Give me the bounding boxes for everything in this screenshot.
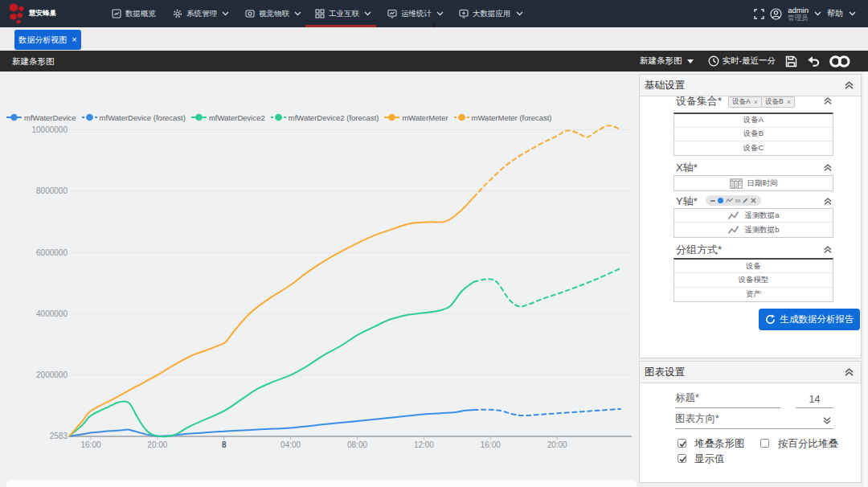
x-axis-tick-label: 04:00 (280, 440, 301, 449)
basic-settings-header[interactable]: 基础设置 (640, 75, 861, 96)
collapse-grouping-icon[interactable] (823, 245, 833, 254)
chart-type-dropdown[interactable]: 新建条形图 (640, 55, 694, 67)
selected-device-tag[interactable]: 设备B × (761, 96, 795, 108)
percent-stack-checkbox[interactable] (760, 439, 769, 448)
nav-item-label: 系统管理 (186, 9, 217, 19)
collapse-y-axis-icon[interactable] (823, 197, 833, 206)
font-size-input[interactable]: 14 (796, 391, 833, 408)
x-axis-option[interactable]: 日期时间 (674, 176, 833, 190)
help-chevron-down-icon[interactable] (849, 11, 856, 16)
nav-item-5[interactable]: 运维统计 (387, 0, 444, 27)
brand[interactable]: 慧安蜂巢 (8, 2, 56, 26)
nav-item-6[interactable]: 大数据应用 (459, 0, 523, 27)
nav-item-label: 运维统计 (401, 9, 432, 19)
nav-item-4[interactable]: 工业互联 (315, 0, 371, 27)
chart-type-label: 新建条形图 (640, 55, 682, 67)
legend-item-6[interactable]: mWaterMeter (forecast) (454, 113, 552, 122)
device-option[interactable]: 设备B (674, 128, 833, 141)
legend-label: mWaterMeter (402, 113, 448, 122)
y-axis-option[interactable]: 遥测数据a (674, 209, 833, 223)
user-chevron-down-icon[interactable] (814, 11, 821, 16)
option-label: 日期时间 (747, 178, 778, 189)
y-axis-options-list: 遥测数据a遥测数据b (674, 208, 833, 238)
device-options-list: 设备A设备B设备C (674, 113, 833, 156)
chart-settings-header[interactable]: 图表设置 (640, 362, 861, 383)
tag-remove-icon[interactable]: × (754, 98, 758, 106)
camera-icon (245, 9, 255, 18)
gear-icon (173, 9, 182, 18)
tab-data-analysis-view[interactable]: 数据分析视图 × (14, 30, 81, 50)
undo-button[interactable] (807, 55, 820, 67)
y-axis-config-pill[interactable]: 88 (706, 195, 761, 206)
link-button[interactable] (829, 55, 850, 68)
series-line-5 (69, 197, 473, 436)
series-line-1 (69, 410, 473, 436)
option-label: 设备 (746, 261, 761, 272)
grouping-option[interactable]: 资产 (674, 288, 833, 301)
chart-title-placeholder: 标题* (675, 391, 699, 405)
show-values-checkbox[interactable] (678, 454, 686, 463)
line-chart[interactable]: 2583200000040000006000000800000010000000… (0, 72, 635, 487)
x-axis-tick-label: 16:00 (80, 440, 100, 449)
tag-remove-icon[interactable]: × (787, 98, 791, 106)
user-block[interactable]: admin 管理员 (788, 6, 809, 22)
help-menu[interactable]: 帮助 (827, 8, 843, 19)
remove-x-icon[interactable] (751, 198, 756, 203)
selected-device-tag[interactable]: 设备A × (728, 96, 762, 108)
generate-report-button[interactable]: 生成数据分析报告 (759, 309, 860, 330)
chart-legend: mfWaterDevicemfWaterDevice (forecast)mfW… (6, 113, 552, 122)
legend-marker-icon (454, 113, 469, 121)
option-label: 设备B (743, 129, 764, 139)
series-line-6 (474, 125, 620, 197)
legend-item-2[interactable]: mfWaterDevice (forecast) (82, 113, 186, 122)
x-axis-tick-label: 20:00 (147, 440, 167, 449)
brand-logo-icon (8, 2, 27, 26)
grouping-option[interactable]: 设备 (674, 260, 833, 273)
refresh-icon (765, 314, 776, 325)
legend-label: mfWaterDevice2 (209, 113, 265, 122)
user-avatar-icon[interactable] (770, 8, 782, 20)
legend-item-5[interactable]: mWaterMeter (384, 113, 448, 122)
time-range-selector[interactable]: 实时-最近一分 (708, 55, 776, 67)
monitor-chart-icon (387, 9, 397, 18)
collapse-x-axis-icon[interactable] (823, 163, 833, 172)
nav-item-3[interactable]: 视觉物联 (245, 0, 301, 27)
user-role: 管理员 (788, 14, 809, 22)
option-label: 设备模型 (739, 275, 769, 285)
legend-item-3[interactable]: mfWaterDevice2 (191, 113, 265, 122)
y-axis-option[interactable]: 遥测数据b (674, 223, 833, 236)
grouping-option[interactable]: 设备模型 (674, 273, 833, 287)
view-toolbar: 新建条形图 新建条形图 实时-最近一分 (0, 51, 868, 72)
option-label: 设备A (743, 115, 764, 125)
device-option[interactable]: 设备C (674, 141, 833, 155)
y-axis-tick-label: 8000000 (36, 186, 68, 195)
nav-item-2[interactable]: 系统管理 (173, 0, 229, 27)
save-icon (785, 55, 797, 68)
link-icon (829, 55, 850, 68)
fullscreen-icon[interactable] (754, 9, 764, 19)
tab-close-icon[interactable]: × (72, 35, 76, 44)
legend-item-1[interactable]: mfWaterDevice (6, 113, 76, 122)
chart-overview-icon (112, 9, 121, 18)
edit-pencil-icon[interactable] (743, 198, 748, 203)
app-root: 慧安蜂巢 数据概览系统管理视觉物联工业互联运维统计大数据应用 admin 管理员… (0, 0, 868, 487)
undo-icon (807, 55, 820, 67)
chart-title-input[interactable]: 标题* (675, 391, 780, 408)
sidebar-scrollbar[interactable] (862, 72, 868, 487)
legend-marker-icon (191, 113, 207, 121)
collapse-device-set-icon[interactable] (823, 96, 833, 105)
nav-item-1[interactable]: 数据概览 (112, 0, 156, 27)
bottom-panel-edge (6, 480, 637, 487)
grouping-options-list: 设备设备模型资产 (674, 258, 833, 302)
collapse-chart-icon[interactable] (844, 367, 854, 377)
line-type-icon (726, 198, 733, 203)
telemetry-line-icon (727, 211, 739, 220)
chart-direction-select[interactable]: 图表方向* (675, 412, 833, 429)
x-axis-options-list: 日期时间 (674, 175, 833, 191)
legend-item-4[interactable]: mfWaterDevice2 (forecast) (271, 113, 379, 122)
stacked-bar-checkbox[interactable] (678, 439, 686, 448)
save-button[interactable] (785, 55, 797, 68)
collapse-basic-icon[interactable] (844, 80, 854, 90)
device-option[interactable]: 设备A (674, 114, 833, 128)
expand-double-down-icon[interactable] (822, 416, 832, 425)
